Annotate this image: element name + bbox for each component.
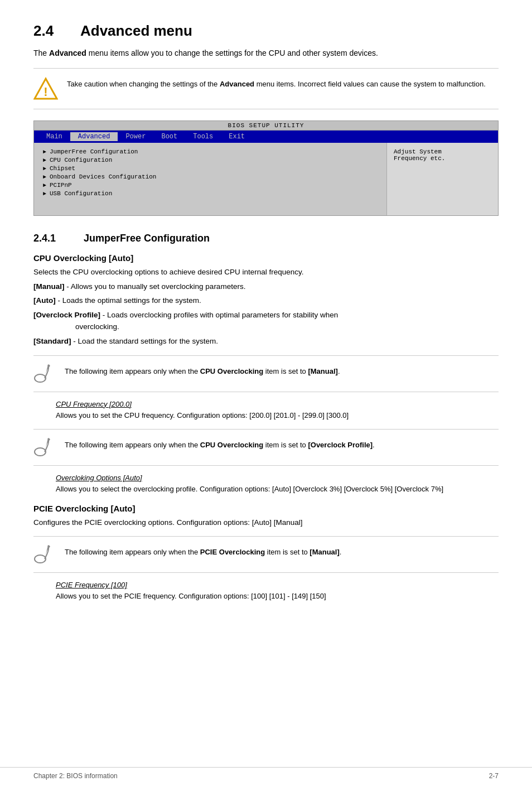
option-auto: [Auto] - Loads the optimal settings for … — [33, 295, 499, 307]
bios-screenshot: BIOS SETUP UTILITY Main Advanced Power B… — [33, 120, 499, 216]
bios-right-line2: Frequency etc. — [394, 155, 491, 162]
cpu-freq-title: CPU Frequency [200.0] — [56, 400, 499, 408]
bios-right-line1: Adjust System — [394, 148, 491, 155]
bios-menu-boot[interactable]: Boot — [153, 132, 185, 141]
section-number: 2.4 — [33, 22, 67, 40]
note-text-1: The following item appears only when the… — [65, 363, 340, 377]
bios-menu-main[interactable]: Main — [38, 132, 70, 141]
bios-menu-tools[interactable]: Tools — [185, 132, 221, 141]
option-overclock-profile: [Overclock Profile] - Loads overclocking… — [33, 309, 499, 333]
bios-right-panel: Adjust System Frequency etc. — [386, 143, 498, 215]
option-standard: [Standard] - Load the standard settings … — [33, 335, 499, 348]
note-box-2: The following item appears only when the… — [33, 429, 499, 466]
note-icon-1 — [33, 363, 56, 385]
note-box-1: The following item appears only when the… — [33, 355, 499, 392]
footer-right: 2-7 — [489, 772, 499, 780]
pcie-overclocking-desc: Configures the PCIE overclocking options… — [33, 517, 499, 529]
bios-item-label: JumperFree Configuration — [50, 148, 138, 155]
bios-arrow-icon: ► — [43, 166, 46, 172]
bios-left-panel: ► JumperFree Configuration ► CPU Configu… — [34, 143, 386, 215]
bios-menu-exit[interactable]: Exit — [221, 132, 253, 141]
pcie-freq-item: PCIE Frequency [100] Allows you to set t… — [56, 581, 499, 602]
note-text-3: The following item appears only when the… — [65, 543, 341, 558]
cpu-freq-desc: Allows you to set the CPU frequency. Con… — [56, 410, 499, 421]
pcie-overclocking-heading: PCIE Overclocking [Auto] — [33, 504, 499, 513]
svg-point-3 — [35, 448, 46, 456]
section-title: Advanced menu — [80, 22, 192, 40]
note-icon-2 — [33, 436, 56, 459]
note-icon-3 — [33, 543, 56, 566]
bios-item-label: CPU Configuration — [50, 157, 112, 163]
bios-arrow-icon: ► — [43, 157, 46, 163]
pcie-freq-desc: Allows you to set the PCIE frequency. Co… — [56, 591, 499, 602]
svg-text:!: ! — [43, 85, 47, 99]
section-heading: 2.4 Advanced menu — [33, 22, 499, 40]
caution-text: Take caution when changing the settings … — [67, 76, 486, 90]
caution-box: ! Take caution when changing the setting… — [33, 68, 499, 109]
bios-item-label: Onboard Devices Configuration — [50, 173, 156, 180]
note-box-3: The following item appears only when the… — [33, 536, 499, 573]
cpu-freq-item: CPU Frequency [200.0] Allows you to set … — [56, 400, 499, 421]
intro-text: The Advanced menu items allow you to cha… — [33, 47, 499, 59]
bios-item-label: USB Configuration — [50, 190, 112, 197]
cpu-overclocking-heading: CPU Overclocking [Auto] — [33, 253, 499, 263]
bios-item-pcipnp: ► PCIPnP — [43, 182, 378, 189]
cpu-overclocking-desc: Selects the CPU overclocking options to … — [33, 266, 499, 278]
svg-point-4 — [35, 555, 46, 563]
pcie-freq-title: PCIE Frequency [100] — [56, 581, 499, 589]
subsection-heading: 2.4.1 JumperFree Configuration — [33, 233, 499, 244]
subsection-number: 2.4.1 — [33, 233, 72, 244]
caution-icon: ! — [33, 76, 58, 101]
bios-item-label: Chipset — [50, 165, 75, 172]
bios-arrow-icon: ► — [43, 174, 46, 180]
bios-item-cpu: ► CPU Configuration — [43, 157, 378, 163]
bios-titlebar: BIOS SETUP UTILITY — [34, 121, 498, 131]
overclock-options-desc: Allows you to select the overclocking pr… — [56, 484, 499, 495]
bios-item-onboard: ► Onboard Devices Configuration — [43, 173, 378, 180]
bios-item-usb: ► USB Configuration — [43, 190, 378, 197]
bios-arrow-icon: ► — [43, 182, 46, 189]
overclock-options-title: Overcloking Options [Auto] — [56, 474, 499, 482]
bios-arrow-icon: ► — [43, 149, 46, 155]
subsection-title: JumperFree Configuration — [84, 233, 210, 244]
bios-menubar: Main Advanced Power Boot Tools Exit — [34, 131, 498, 143]
bios-body: ► JumperFree Configuration ► CPU Configu… — [34, 143, 498, 215]
bios-menu-advanced[interactable]: Advanced — [70, 132, 118, 141]
svg-point-2 — [35, 374, 46, 382]
bios-item-label: PCIPnP — [50, 182, 72, 189]
bios-menu-power[interactable]: Power — [118, 132, 153, 141]
footer-left: Chapter 2: BIOS information — [33, 772, 118, 780]
page-footer: Chapter 2: BIOS information 2-7 — [0, 767, 532, 780]
bios-arrow-icon: ► — [43, 191, 46, 197]
option-manual: [Manual] - Allows you to manually set ov… — [33, 281, 499, 293]
note-text-2: The following item appears only when the… — [65, 436, 375, 451]
bios-item-jumperfree: ► JumperFree Configuration — [43, 148, 378, 155]
bios-item-chipset: ► Chipset — [43, 165, 378, 172]
overclock-options-item: Overcloking Options [Auto] Allows you to… — [56, 474, 499, 495]
